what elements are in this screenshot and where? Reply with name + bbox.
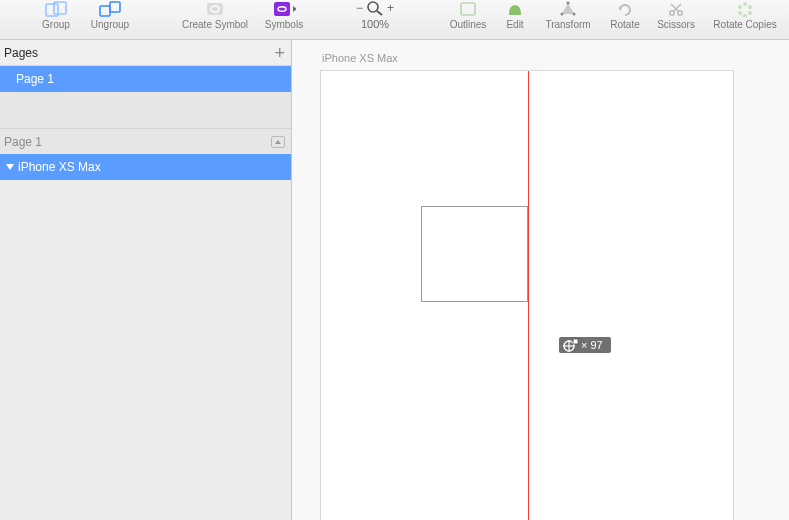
svg-point-6 bbox=[368, 2, 378, 12]
svg-rect-3 bbox=[110, 2, 120, 12]
svg-rect-4 bbox=[207, 3, 223, 15]
pages-panel-title: Pages bbox=[4, 46, 38, 60]
scissors-icon bbox=[664, 0, 688, 18]
vertical-guide[interactable] bbox=[528, 71, 529, 520]
scissors-button[interactable]: Scissors bbox=[652, 0, 700, 31]
symbols-icon bbox=[272, 0, 296, 18]
collapse-layers-button[interactable] bbox=[271, 136, 285, 148]
symbols-button[interactable]: Symbols bbox=[260, 0, 308, 31]
add-page-button[interactable]: + bbox=[274, 46, 285, 60]
left-panel: Pages + Page 1 Page 1 iPhone XS Max bbox=[0, 40, 292, 520]
create-symbol-icon bbox=[203, 0, 227, 18]
svg-point-9 bbox=[567, 2, 570, 5]
pages-panel-header: Pages + bbox=[0, 40, 291, 66]
ungroup-icon bbox=[98, 0, 122, 18]
rotate-button[interactable]: Rotate bbox=[604, 0, 646, 31]
cursor-tooltip: × 97 bbox=[559, 337, 611, 353]
zoom-icon bbox=[366, 0, 384, 16]
svg-rect-25 bbox=[573, 339, 578, 344]
zoom-in-button[interactable]: + bbox=[387, 1, 394, 15]
drawn-rectangle[interactable] bbox=[421, 206, 528, 302]
ungroup-label: Ungroup bbox=[91, 19, 129, 31]
transform-button[interactable]: Transform bbox=[538, 0, 598, 31]
left-panel-empty bbox=[0, 180, 291, 520]
transform-icon bbox=[556, 0, 580, 18]
layer-row[interactable]: iPhone XS Max bbox=[0, 154, 291, 180]
svg-point-10 bbox=[573, 13, 576, 16]
canvas[interactable]: iPhone XS Max × 97 bbox=[292, 40, 789, 520]
svg-point-17 bbox=[748, 5, 752, 9]
svg-rect-8 bbox=[461, 3, 475, 15]
zoom-value: 100% bbox=[361, 18, 389, 30]
scissors-label: Scissors bbox=[657, 19, 695, 31]
layer-name: iPhone XS Max bbox=[18, 160, 101, 174]
create-symbol-label: Create Symbol bbox=[182, 19, 248, 31]
edit-button[interactable]: Edit bbox=[498, 0, 532, 31]
layers-panel-header: Page 1 bbox=[0, 128, 291, 154]
svg-rect-2 bbox=[100, 6, 110, 16]
symbols-label: Symbols bbox=[265, 19, 303, 31]
svg-rect-5 bbox=[274, 2, 290, 16]
main-content: Pages + Page 1 Page 1 iPhone XS Max iPho… bbox=[0, 40, 789, 520]
rotate-label: Rotate bbox=[610, 19, 639, 31]
outlines-icon bbox=[456, 0, 480, 18]
rotate-copies-icon bbox=[733, 0, 757, 18]
transform-label: Transform bbox=[545, 19, 590, 31]
outlines-button[interactable]: Outlines bbox=[444, 0, 492, 31]
layers-heading: Page 1 bbox=[4, 135, 42, 149]
artboard-label[interactable]: iPhone XS Max bbox=[322, 52, 398, 64]
group-icon bbox=[44, 0, 68, 18]
disclosure-triangle-icon[interactable] bbox=[6, 164, 14, 170]
page-name: Page 1 bbox=[16, 72, 54, 86]
create-symbol-button[interactable]: Create Symbol bbox=[176, 0, 254, 31]
svg-point-11 bbox=[561, 13, 564, 16]
cursor-tooltip-text: × 97 bbox=[581, 339, 603, 351]
artboard[interactable]: × 97 bbox=[320, 70, 734, 520]
toolbar: Group Ungroup Create Symbol Symbols − bbox=[0, 0, 789, 40]
svg-point-21 bbox=[738, 5, 742, 9]
svg-point-16 bbox=[743, 2, 747, 6]
pages-gap bbox=[0, 92, 291, 128]
edit-icon bbox=[503, 0, 527, 18]
svg-point-19 bbox=[743, 14, 747, 17]
svg-point-18 bbox=[748, 11, 752, 15]
outlines-label: Outlines bbox=[450, 19, 487, 31]
svg-point-20 bbox=[738, 11, 742, 15]
svg-line-7 bbox=[377, 11, 382, 15]
zoom-out-button[interactable]: − bbox=[356, 1, 363, 15]
rotate-copies-label: Rotate Copies bbox=[713, 19, 776, 31]
ungroup-button[interactable]: Ungroup bbox=[86, 0, 134, 31]
rotate-copies-button[interactable]: Rotate Copies bbox=[706, 0, 784, 31]
edit-label: Edit bbox=[506, 19, 523, 31]
page-row[interactable]: Page 1 bbox=[0, 66, 291, 92]
group-button[interactable]: Group bbox=[32, 0, 80, 31]
crosshair-cursor-icon bbox=[561, 338, 579, 354]
rotate-icon bbox=[613, 0, 637, 18]
group-label: Group bbox=[42, 19, 70, 31]
